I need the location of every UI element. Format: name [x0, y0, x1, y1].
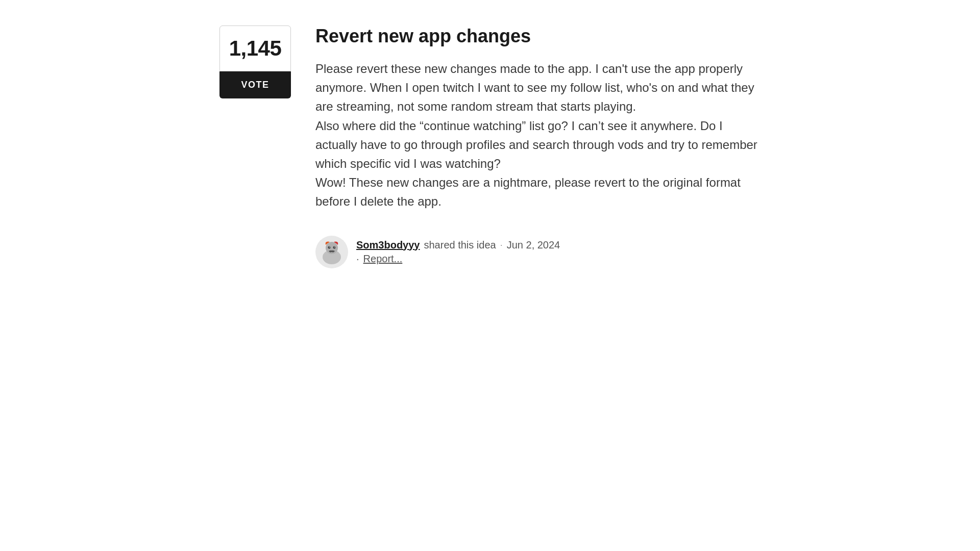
content-section: Revert new app changes Please revert the…	[315, 26, 761, 268]
vote-count: 1,145	[229, 36, 282, 60]
page-container: 1,145 VOTE Revert new app changes Please…	[209, 15, 771, 279]
post-body: Please revert these new changes made to …	[315, 59, 761, 211]
post-title: Revert new app changes	[315, 26, 761, 47]
post-paragraph-1: Please revert these new changes made to …	[315, 59, 761, 116]
author-meta: Som3bodyyy shared this idea · Jun 2, 202…	[356, 239, 560, 265]
author-line: Som3bodyyy shared this idea · Jun 2, 202…	[356, 239, 560, 251]
svg-point-2	[326, 242, 338, 254]
report-line: · Report...	[356, 253, 560, 265]
post-paragraph-2: Also where did the “continue watching” l…	[315, 116, 761, 173]
report-bullet: ·	[356, 253, 359, 265]
vote-button[interactable]: VOTE	[219, 71, 291, 98]
report-link[interactable]: Report...	[363, 253, 403, 265]
svg-point-6	[334, 246, 335, 247]
post-paragraph-3: Wow! These new changes are a nightmare, …	[315, 173, 761, 211]
vote-section: 1,145 VOTE	[219, 26, 291, 98]
svg-point-4	[333, 246, 336, 248]
vote-count-box: 1,145	[219, 26, 291, 71]
svg-point-5	[329, 246, 330, 247]
date-separator: ·	[500, 240, 503, 251]
svg-point-3	[328, 246, 331, 248]
avatar	[315, 236, 348, 268]
author-name[interactable]: Som3bodyyy	[356, 239, 420, 251]
post-date: Jun 2, 2024	[507, 239, 560, 251]
author-section: Som3bodyyy shared this idea · Jun 2, 202…	[315, 236, 761, 268]
author-action: shared this idea	[424, 239, 496, 251]
